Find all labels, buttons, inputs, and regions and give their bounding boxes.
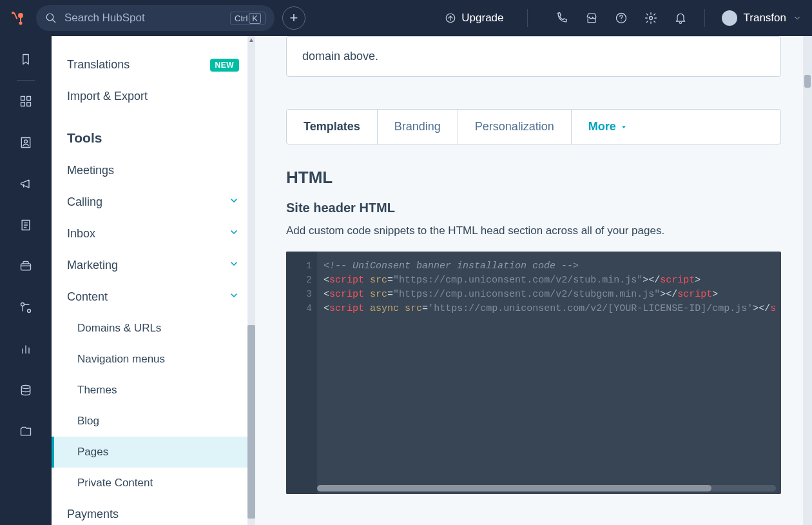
library-icon[interactable] (18, 424, 34, 439)
sidebar-item-marketing[interactable]: Marketing (52, 250, 255, 281)
global-search[interactable]: CtrlK (36, 5, 275, 31)
upgrade-icon (445, 12, 456, 24)
create-button[interactable]: + (282, 6, 305, 30)
svg-point-24 (28, 310, 31, 313)
sidebar-item-import-export[interactable]: Import & Export (52, 81, 255, 112)
account-menu[interactable]: Transfon (722, 10, 802, 26)
site-header-description: Add custom code snippets to the HTML hea… (286, 224, 781, 237)
sidebar-item-inbox[interactable]: Inbox (52, 218, 255, 250)
sidebar-item-label: Calling (67, 195, 102, 209)
search-input[interactable] (63, 11, 224, 25)
svg-point-0 (18, 13, 23, 18)
marketing-icon[interactable] (18, 176, 34, 192)
sidebar-item-label: Marketing (67, 259, 118, 272)
sidebar-item-domains-urls[interactable]: Domains & URLs (52, 313, 255, 344)
workspaces-icon[interactable] (18, 94, 34, 109)
domain-info-box: domain above. (286, 36, 781, 77)
sidebar-item-label: Payments (67, 508, 119, 521)
sidebar-item-label: Private Content (77, 477, 153, 490)
upgrade-label: Upgrade (461, 12, 503, 25)
tab-more[interactable]: More (572, 110, 644, 144)
svg-point-10 (621, 21, 621, 21)
scrollbar-thumb[interactable] (247, 325, 255, 519)
tab-personalization[interactable]: Personalization (458, 110, 572, 144)
help-icon[interactable] (614, 11, 628, 25)
editor-horizontal-scrollbar[interactable] (317, 485, 776, 491)
left-rail (0, 36, 52, 525)
topbar-divider (527, 9, 528, 27)
sidebar-item-themes[interactable]: Themes (52, 375, 255, 406)
automations-icon[interactable] (18, 300, 34, 315)
domain-msg-text: domain above. (302, 50, 378, 63)
crm-icon[interactable] (18, 135, 34, 150)
avatar (722, 10, 737, 26)
sidebar-item-blog[interactable]: Blog (52, 406, 255, 437)
chevron-down-icon (229, 290, 239, 304)
code-line-3: <script src="https://cmp.uniconsent.com/… (324, 289, 718, 300)
code-editor[interactable]: 1 2 3 4 <!-- UniConsent banner installat… (286, 252, 781, 494)
user-name: Transfon (744, 12, 786, 25)
sidebar-item-translations[interactable]: Translations NEW (52, 49, 255, 81)
sidebar-item-label: Blog (77, 415, 99, 428)
phone-icon[interactable] (555, 11, 569, 25)
sidebar-item-content[interactable]: Content (52, 281, 255, 313)
notifications-icon[interactable] (673, 11, 688, 25)
bookmarks-icon[interactable] (18, 52, 34, 67)
reporting-icon[interactable] (18, 341, 34, 357)
sidebar-item-label: Inbox (67, 227, 95, 241)
search-icon (45, 12, 57, 24)
svg-rect-13 (27, 97, 31, 101)
chevron-down-icon (229, 195, 239, 209)
upgrade-button[interactable]: Upgrade (438, 8, 510, 28)
main-scrollbar[interactable] (803, 36, 812, 525)
code-body[interactable]: <!-- UniConsent banner installation code… (317, 252, 781, 494)
content-icon[interactable] (18, 217, 34, 233)
sidebar-item-private-content[interactable]: Private Content (52, 468, 255, 499)
search-shortcut-hint: CtrlK (230, 12, 266, 25)
chevron-down-icon (793, 14, 802, 23)
caret-down-icon (620, 123, 628, 131)
data-icon[interactable] (18, 382, 34, 398)
svg-line-6 (52, 19, 55, 23)
code-line-1: <!-- UniConsent banner installation code… (324, 261, 579, 272)
sidebar-section-tools: Tools (52, 112, 255, 155)
tab-branding[interactable]: Branding (378, 110, 458, 144)
sidebar-item-label: Meetings (67, 164, 114, 177)
sidebar-item-label: Navigation menus (77, 353, 165, 366)
marketplace-icon[interactable] (585, 11, 599, 25)
svg-marker-29 (622, 126, 626, 128)
line-gutter: 1 2 3 4 (286, 252, 317, 494)
topbar-divider-2 (704, 9, 705, 27)
site-header-subheading: Site header HTML (286, 201, 781, 215)
svg-point-28 (21, 386, 30, 389)
scrollbar-thumb[interactable] (317, 485, 711, 491)
svg-point-4 (12, 12, 14, 14)
sidebar-item-payments[interactable]: Payments (52, 499, 255, 525)
code-line-4: <script async src='https://cmp.uniconsen… (324, 303, 776, 314)
sidebar-item-label: Domains & URLs (77, 322, 161, 335)
settings-side-panel: Translations NEW Import & Export Tools M… (52, 36, 255, 525)
chevron-down-icon (229, 227, 239, 241)
tab-templates[interactable]: Templates (287, 110, 378, 144)
svg-point-11 (649, 17, 652, 20)
sidebar-item-pages[interactable]: Pages (52, 437, 255, 468)
hubspot-logo[interactable] (10, 10, 26, 26)
sidebar-item-label: Import & Export (67, 90, 148, 103)
svg-rect-14 (21, 103, 25, 106)
svg-rect-1 (20, 17, 21, 22)
sidebar-item-navigation-menus[interactable]: Navigation menus (52, 344, 255, 375)
settings-icon[interactable] (644, 11, 658, 25)
commerce-icon[interactable] (18, 259, 34, 274)
sidebar-item-label: Themes (77, 384, 117, 397)
chevron-down-icon (229, 259, 239, 272)
svg-point-17 (24, 140, 28, 143)
sidebar-item-label: Content (67, 290, 108, 304)
sidebar-item-label: Pages (77, 446, 108, 459)
new-badge: NEW (210, 59, 240, 72)
sidebar-item-calling[interactable]: Calling (52, 186, 255, 218)
side-panel-scrollbar[interactable]: ▲ (247, 36, 255, 525)
scrollbar-thumb[interactable] (804, 75, 811, 88)
sidebar-item-meetings[interactable]: Meetings (52, 155, 255, 186)
svg-rect-3 (14, 12, 17, 19)
svg-rect-12 (21, 97, 25, 101)
